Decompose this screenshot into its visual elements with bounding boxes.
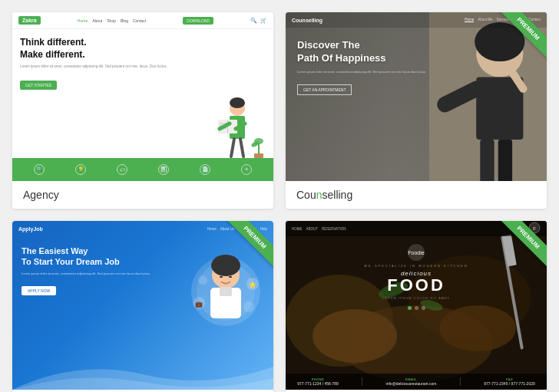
- agency-preview: Zakra Home About Shop Blog Contact DOWNL…: [12, 12, 273, 181]
- counselling-logo: Counselling: [292, 18, 322, 23]
- counselling-dot: n: [316, 189, 322, 201]
- applyjob-person-svg: 💼 ⭐: [187, 245, 264, 345]
- counselling-label: Counselling: [286, 181, 547, 209]
- svg-rect-30: [229, 276, 232, 278]
- agency-nav-icons: 🔍 🛒: [250, 18, 267, 24]
- foodie-footer-bar: PHONE 977-771-1234 / 456-789 EMAIL info@…: [286, 374, 547, 390]
- agency-logo: Zakra: [18, 16, 41, 25]
- applyjob-card[interactable]: PREMIUM ApplyJob Home About Us Jobs Blog…: [12, 221, 273, 392]
- svg-text:⭐: ⭐: [249, 281, 256, 288]
- svg-point-37: [243, 301, 254, 312]
- svg-point-2: [230, 97, 245, 108]
- f-nav-home: HOME: [292, 227, 303, 231]
- f-nav-about: ABOUT: [306, 227, 319, 231]
- agency-download-btn[interactable]: DOWNLOAD: [183, 17, 213, 25]
- nav-link-home: Home: [78, 18, 88, 23]
- counselling-hero-title: Discover ThePath Of Happiness: [297, 39, 535, 65]
- foodie-logo-circle: Foodie: [408, 244, 425, 261]
- counselling-cta-btn[interactable]: GET AN APPOINTMENT: [297, 84, 352, 95]
- agency-body: Think different.Make different. Lorem ip…: [12, 29, 273, 158]
- foodie-dot-2: [415, 306, 418, 310]
- svg-rect-23: [498, 140, 512, 181]
- applyjob-logo: ApplyJob: [18, 226, 43, 232]
- footer-divider-1: [362, 377, 362, 386]
- applyjob-wave: [12, 359, 273, 390]
- counselling-card[interactable]: PREMIUM Counselling Home About Me Servic…: [286, 12, 547, 209]
- applyjob-cta-btn[interactable]: APPLY NOW: [22, 286, 56, 295]
- nav-link-contact: Contact: [133, 18, 146, 23]
- wave-svg: [12, 359, 273, 390]
- agency-hero-title: Think different.Make different.: [20, 37, 204, 61]
- counselling-hero-desc: Lorem ipsum dolor sit amet, consectetur …: [297, 70, 535, 74]
- foodie-card[interactable]: PREMIUM HOME ABOUT RESERVATION F: [286, 221, 547, 392]
- applyjob-text: The Easiest WayTo Start Your Dream Job L…: [22, 245, 150, 348]
- footer-icon-5: 📄: [200, 164, 210, 175]
- svg-point-28: [211, 255, 240, 276]
- f-nav-reservation: RESERVATION: [322, 227, 346, 231]
- applyjob-person-container: 💼 ⭐: [187, 245, 264, 348]
- svg-rect-31: [220, 287, 232, 296]
- applyjob-hero-desc: Lorem ipsum dolor sit amet, consectetur …: [22, 272, 150, 276]
- foodie-logo-text: Foodie: [408, 250, 424, 255]
- applyjob-hero-title: The Easiest WayTo Start Your Dream Job: [22, 245, 150, 268]
- svg-line-11: [240, 139, 243, 156]
- foodie-footer-phone: PHONE 977-771-1234 / 456-789: [297, 377, 339, 386]
- foodie-footer-email: EMAIL info@deliciousrestaurant.com: [386, 377, 437, 386]
- footer-icon-2: 💡: [75, 164, 86, 175]
- agency-cta-btn[interactable]: GET STARTED: [20, 81, 57, 90]
- footer-icon-3: 🏷: [117, 164, 127, 175]
- aj-nav-about: About Us: [220, 227, 235, 231]
- foodie-tagline: WE SPECIALIZE IN MODERN KITCHEN: [364, 264, 468, 268]
- foodie-footer-fax: FAX 977-771-2345 / 977-771-2020: [484, 377, 534, 386]
- counselling-hero: Discover ThePath Of Happiness Lorem ipsu…: [286, 28, 547, 107]
- svg-line-10: [231, 139, 234, 156]
- foodie-dot-3: [422, 306, 425, 310]
- svg-rect-15: [254, 153, 263, 158]
- agency-illustration: [204, 37, 266, 158]
- counselling-preview: PREMIUM Counselling Home About Me Servic…: [286, 12, 547, 181]
- foodie-subtitle: LOREM IPSUM COLOR SIT AMET: [382, 296, 451, 300]
- footer-phone-value: 977-771-1234 / 456-789: [297, 381, 339, 386]
- svg-point-36: [198, 275, 207, 285]
- nav-link-shop: Shop: [107, 18, 116, 23]
- card-grid: Zakra Home About Shop Blog Contact DOWNL…: [12, 12, 547, 392]
- foodie-dots: [408, 306, 425, 310]
- svg-rect-22: [480, 140, 494, 181]
- svg-text:💼: 💼: [195, 300, 203, 308]
- foodie-dot-1: [408, 306, 412, 310]
- agency-nav-links: Home About Shop Blog Contact: [78, 18, 146, 23]
- svg-rect-29: [220, 276, 223, 278]
- foodie-main-title: FOOD: [387, 277, 445, 294]
- agency-footer-bar: 🔍 💡 🏷 📊 📄 ☀: [12, 158, 273, 181]
- footer-icon-6: ☀: [241, 164, 252, 175]
- footer-divider-2: [460, 377, 461, 386]
- aj-nav-help: Help: [260, 227, 267, 231]
- search-icon: 🔍: [250, 18, 257, 24]
- applyjob-preview: PREMIUM ApplyJob Home About Us Jobs Blog…: [12, 221, 273, 390]
- foodie-content: Foodie WE SPECIALIZE IN MODERN KITCHEN d…: [286, 236, 547, 348]
- footer-email-value: info@deliciousrestaurant.com: [386, 381, 437, 386]
- agency-hero-desc: Lorem ipsum dolor sit amet, consectetur …: [20, 64, 204, 70]
- person-illustration-svg: [207, 74, 264, 158]
- agency-label-text: Agency: [23, 189, 59, 201]
- agency-text-content: Think different.Make different. Lorem ip…: [20, 37, 204, 158]
- foodie-nav-links: HOME ABOUT RESERVATION: [292, 227, 346, 231]
- agency-label: Agency: [12, 181, 273, 209]
- counselling-label-text: Counselling: [296, 189, 352, 201]
- footer-fax-value: 977-771-2345 / 977-771-2020: [484, 381, 534, 386]
- applyjob-body: The Easiest WayTo Start Your Dream Job L…: [12, 236, 273, 348]
- footer-icon-4: 📊: [158, 164, 169, 175]
- cart-icon: 🛒: [260, 18, 267, 24]
- nav-link-blog: Blog: [121, 18, 128, 23]
- agency-nav: Zakra Home About Shop Blog Contact DOWNL…: [12, 12, 273, 29]
- foodie-preview: PREMIUM HOME ABOUT RESERVATION F: [286, 221, 547, 390]
- footer-icon-1: 🔍: [34, 164, 45, 175]
- nav-link-about: About: [92, 18, 102, 23]
- c-nav-about: About Me: [478, 18, 492, 22]
- agency-card[interactable]: Zakra Home About Shop Blog Contact DOWNL…: [12, 12, 273, 209]
- c-nav-home: Home: [465, 18, 474, 22]
- svg-text:F: F: [533, 226, 536, 231]
- aj-nav-home: Home: [207, 227, 217, 231]
